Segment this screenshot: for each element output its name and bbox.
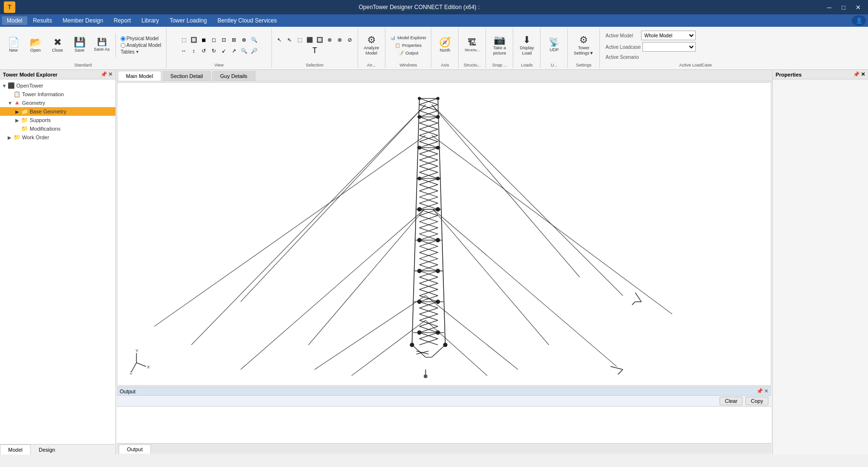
tree-item-base-geometry[interactable]: ▶ 📁 Base Geometry xyxy=(0,107,115,116)
analytical-model-item[interactable]: Analytical Model xyxy=(119,42,163,48)
sidebar-title: Tower Model Explorer xyxy=(3,72,57,78)
svg-line-139 xyxy=(136,363,146,367)
sidebar-tab-design[interactable]: Design xyxy=(31,445,63,455)
svg-point-119 xyxy=(436,269,440,273)
properties-panel: Properties 📌 ✕ xyxy=(772,70,868,455)
view-btn-13[interactable]: ↙ xyxy=(219,46,229,56)
menu-model[interactable]: Model xyxy=(2,16,27,25)
view-btn-16[interactable]: 🔎 xyxy=(249,46,259,56)
svg-point-118 xyxy=(417,269,421,273)
user-avatar[interactable]: 👤 xyxy=(852,15,866,26)
view-btn-6[interactable]: ⊞ xyxy=(229,35,239,44)
open-button[interactable]: 📂 Open xyxy=(25,31,46,60)
menu-library[interactable]: Library xyxy=(136,16,164,25)
loads-group: ⬇ DisplayLoad Loads xyxy=(513,28,541,68)
save-as-button[interactable]: 💾 Save As xyxy=(91,31,113,60)
svg-point-110 xyxy=(418,146,421,149)
svg-point-109 xyxy=(436,115,439,118)
properties-button[interactable]: 📋Properties xyxy=(393,42,424,49)
minimize-button[interactable]: ─ xyxy=(823,2,835,12)
active-scenario-label: Active Scenario xyxy=(606,55,639,60)
view-btn-1[interactable]: ⬚ xyxy=(179,35,189,44)
view-btn-7[interactable]: ⊕ xyxy=(239,35,249,44)
view-btn-15[interactable]: 🔍 xyxy=(239,46,249,56)
display-load-button[interactable]: ⬇ DisplayLoad xyxy=(516,31,537,60)
sidebar-pin-button[interactable]: 📌 xyxy=(101,71,107,78)
tree-item-supports[interactable]: ▶ 📁 Supports xyxy=(0,116,115,124)
model-explorer-button[interactable]: 📊Model Explorer xyxy=(388,34,428,41)
udp-button[interactable]: 📡 UDP xyxy=(543,31,564,60)
viewport[interactable]: Y X Z xyxy=(117,82,771,386)
view-btn-2[interactable]: 🔲 xyxy=(189,35,199,44)
output-button[interactable]: 📝Output xyxy=(396,50,420,56)
menu-results[interactable]: Results xyxy=(28,16,57,25)
sel-btn-1[interactable]: ↖ xyxy=(275,35,284,44)
properties-content xyxy=(773,79,868,455)
active-loadcase-group: Active Model Whole Model Active Loadcase… xyxy=(600,28,715,68)
selection-tools-row1: ↖ ⇖ ⬚ ⬛ 🔲 ⊕ ⊗ ⊘ xyxy=(275,35,355,44)
output-close-button[interactable]: ✕ xyxy=(764,388,768,394)
sel-btn-3[interactable]: ⬚ xyxy=(295,35,304,44)
view-btn-11[interactable]: ↺ xyxy=(199,46,209,56)
sel-btn-8[interactable]: ⊘ xyxy=(345,35,355,44)
tree-item-modifications[interactable]: 📁 Modifications xyxy=(0,124,115,133)
copy-button[interactable]: Copy xyxy=(745,397,768,405)
tree-item-opentower[interactable]: ▼ ⬛ OpenTower xyxy=(0,81,115,90)
take-picture-button[interactable]: 📷 Take apicture xyxy=(489,31,510,60)
physical-model-item[interactable]: Physical Model xyxy=(119,35,163,42)
tree-item-work-order[interactable]: ▶ 📁 Work Order xyxy=(0,133,115,142)
svg-point-111 xyxy=(436,146,439,149)
tab-guy-details[interactable]: Guy Details xyxy=(212,71,256,81)
view-btn-9[interactable]: ↔ xyxy=(179,46,189,56)
analyze-model-button[interactable]: ⚙ AnalyzeModel xyxy=(361,31,382,60)
clear-button[interactable]: Clear xyxy=(720,397,743,405)
structural-group: 🏗 Structu... Structu... xyxy=(459,28,486,68)
maximize-button[interactable]: □ xyxy=(837,2,850,12)
new-button[interactable]: 📄 New xyxy=(3,31,24,60)
view-btn-8[interactable]: 🔍 xyxy=(249,35,259,44)
menu-report[interactable]: Report xyxy=(109,16,135,25)
output-pin-button[interactable]: 📌 xyxy=(756,388,763,394)
properties-close-button[interactable]: ✕ xyxy=(861,71,865,78)
sel-btn-5[interactable]: 🔲 xyxy=(315,35,325,44)
active-loadcase-select[interactable] xyxy=(643,42,696,52)
save-button[interactable]: 💾 Save xyxy=(69,31,90,60)
close-button[interactable]: ✕ xyxy=(852,2,864,12)
view-btn-5[interactable]: ⊡ xyxy=(219,35,229,44)
structural-button[interactable]: 🏗 Structu... xyxy=(462,31,483,60)
view-btn-4[interactable]: ◻ xyxy=(209,35,219,44)
tables-item[interactable]: Tables ▼ xyxy=(119,49,163,55)
content-area: Main Model Section Detail Guy Details xyxy=(116,70,772,455)
sidebar-close-button[interactable]: ✕ xyxy=(108,71,113,78)
active-model-select[interactable]: Whole Model xyxy=(641,31,696,40)
close-ribbon-button[interactable]: ✖ Close xyxy=(47,31,68,60)
sidebar-tabs: Model Design xyxy=(0,444,115,455)
view-btn-3[interactable]: ◼ xyxy=(199,35,209,44)
output-tab-output[interactable]: Output xyxy=(119,445,151,454)
tree-item-tower-info[interactable]: 📋 Tower Information xyxy=(0,90,115,99)
sel-btn-2[interactable]: ⇖ xyxy=(285,35,294,44)
tab-main-model[interactable]: Main Model xyxy=(118,71,161,81)
sel-btn-6[interactable]: ⊕ xyxy=(325,35,335,44)
pointer-btn[interactable]: T xyxy=(310,46,319,56)
menu-tower-loading[interactable]: Tower Loading xyxy=(165,16,212,25)
tab-section-detail[interactable]: Section Detail xyxy=(162,71,211,81)
sel-btn-4[interactable]: ⬛ xyxy=(305,35,315,44)
view-btn-10[interactable]: ↕ xyxy=(189,46,199,56)
svg-point-114 xyxy=(417,208,421,211)
menu-bentley-cloud[interactable]: Bentley Cloud Services xyxy=(213,16,282,25)
menu-member-design[interactable]: Member Design xyxy=(58,16,108,25)
tower-settings-button[interactable]: ⚙ TowerSettings▼ xyxy=(571,31,596,60)
properties-pin-button[interactable]: 📌 xyxy=(853,71,860,78)
svg-rect-0 xyxy=(117,86,771,382)
tree-item-geometry[interactable]: ▼ 🔺 Geometry xyxy=(0,99,115,107)
sel-btn-7[interactable]: ⊗ xyxy=(335,35,345,44)
output-tabs: Output xyxy=(117,443,771,454)
view-btn-12[interactable]: ↻ xyxy=(209,46,219,56)
view-btn-14[interactable]: ↗ xyxy=(229,46,239,56)
view-tools-row1: ⬚ 🔲 ◼ ◻ ⊡ ⊞ ⊕ 🔍 xyxy=(179,35,259,44)
app-icon: T xyxy=(4,1,15,13)
sidebar-tab-model[interactable]: Model xyxy=(0,445,31,455)
tower-diagram xyxy=(117,83,771,385)
north-button[interactable]: 🧭 North xyxy=(434,31,455,60)
